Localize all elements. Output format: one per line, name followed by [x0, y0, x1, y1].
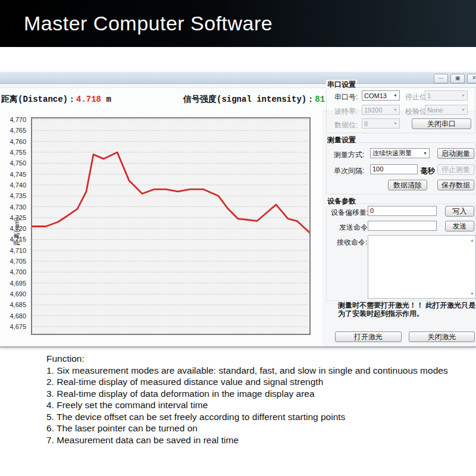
minimize-icon[interactable]: — — [434, 74, 448, 83]
send-command-input[interactable] — [368, 221, 437, 231]
baud-value: 19200 — [364, 107, 383, 114]
y-axis-tick-label: 4,740 — [5, 181, 26, 189]
feature-list-line: 4. Freely set the command interval time — [46, 399, 456, 411]
send-command-button[interactable]: 发送 — [445, 221, 474, 231]
port-select[interactable]: COM13 ▼ — [362, 90, 400, 101]
distance-label: 距离(Distance)： — [1, 95, 76, 104]
page-title: Master Computer Software — [24, 12, 273, 35]
parity-select: None ▼ — [425, 105, 468, 115]
receive-command-label: 接收命令: — [337, 237, 367, 248]
scroll-up-icon[interactable]: ▲ — [470, 238, 474, 242]
y-axis-tick-label: 4,690 — [5, 290, 26, 298]
maximize-icon[interactable]: ▣ — [450, 74, 465, 83]
y-axis-tick-label: 4,770 — [5, 116, 26, 123]
feature-list-line: 5. The device offset can be set freely a… — [46, 411, 456, 423]
y-axis-tick-label: 4,710 — [5, 247, 26, 254]
stopbits-select: 1 ▼ — [425, 90, 468, 101]
chevron-down-icon: ▼ — [393, 93, 397, 98]
port-value: COM13 — [364, 92, 387, 99]
measure-mode-select[interactable]: 连续快速测量 ▼ — [370, 148, 430, 158]
baud-label: 波特率: — [334, 107, 358, 117]
signal-value: 81 — [315, 95, 325, 104]
y-axis-tick-label: 4,735 — [5, 192, 26, 199]
stopbits-value: 1 — [427, 92, 431, 99]
close-serial-button[interactable]: 关闭串口 — [412, 118, 471, 129]
y-axis-tick-label: 4,695 — [5, 280, 26, 287]
feature-list-line: 6. The laser pointer can be turned on — [46, 422, 456, 434]
parity-value: None — [427, 107, 443, 114]
y-axis-tick-label: 4,755 — [5, 149, 26, 156]
y-axis-tick-label: 4,700 — [5, 268, 26, 275]
databits-value: 8 — [364, 120, 368, 127]
window-controls: — ▣ ✕ — [434, 74, 476, 83]
y-axis-tick-label: 4,685 — [5, 301, 26, 308]
distance-value: 4.718 — [76, 95, 101, 104]
scroll-down-icon[interactable]: ▼ — [470, 292, 474, 296]
save-data-button[interactable]: 保存数据 — [437, 180, 474, 190]
measure-mode-label: 测量方式: — [334, 150, 364, 160]
chevron-down-icon: ▼ — [423, 151, 427, 155]
signal-readout: 信号强度(signal intensity)：81 — [183, 94, 325, 105]
header-banner: Master Computer Software — [0, 0, 476, 47]
feature-list-line: 3. Real-time display of data deformation… — [46, 388, 456, 400]
distance-line-chart — [32, 118, 309, 334]
y-axis-title: 距离(mm) — [12, 217, 21, 246]
distance-readout: 距离(Distance)：4.718 m — [1, 94, 111, 105]
chevron-down-icon: ▼ — [393, 108, 397, 112]
distance-unit: m — [106, 95, 111, 104]
y-axis-tick-label: 4,760 — [5, 138, 26, 145]
close-icon[interactable]: ✕ — [467, 74, 476, 83]
laser-on-button[interactable]: 打开激光 — [335, 331, 402, 342]
feature-list-line: Function: — [46, 353, 456, 365]
offset-label: 设备偏移量: — [331, 208, 368, 218]
distance-series-line — [32, 152, 309, 233]
app-window: — ▣ ✕ 距离(Distance)：4.718 m 信号强度(signal i… — [0, 72, 476, 347]
y-axis-tick-label: 4,730 — [5, 203, 26, 211]
y-axis-tick-label: 4,675 — [5, 323, 26, 330]
databits-label: 数据位: — [334, 120, 358, 130]
device-group-title: 设备参数 — [326, 196, 357, 206]
signal-label: 信号强度(signal intensity)： — [183, 95, 315, 104]
interval-unit-label: 毫秒 — [421, 166, 435, 176]
write-offset-button[interactable]: 写入 — [445, 206, 474, 217]
measure-mode-value: 连续快速测量 — [372, 149, 412, 158]
baud-select: 19200 ▼ — [362, 105, 400, 115]
y-axis-tick-label: 4,750 — [5, 159, 26, 167]
receive-command-textarea[interactable]: ▲ ▼ — [368, 235, 476, 299]
y-axis-tick-label: 4,765 — [5, 127, 26, 134]
chevron-down-icon: ▼ — [461, 108, 465, 112]
stop-measure-button[interactable]: 停止测量 — [437, 164, 474, 175]
chart-area: 4,7704,7654,7604,7554,7504,7454,7404,735… — [0, 110, 322, 346]
clear-data-button[interactable]: 数据清除 — [388, 180, 427, 190]
serial-group-title: 串口设置 — [326, 80, 357, 90]
window-titlebar: — ▣ ✕ — [0, 72, 476, 84]
feature-list-line: 1. Six measurement modes are available: … — [46, 365, 456, 377]
interval-input[interactable]: 100 — [370, 164, 418, 174]
start-measure-button[interactable]: 启动测量 — [437, 148, 474, 159]
y-axis-tick-label: 4,705 — [5, 258, 26, 265]
send-command-label: 发送命令: — [339, 223, 369, 233]
y-axis-tick-label: 4,680 — [5, 312, 26, 320]
feature-list-line: 2. Real-time display of measured distanc… — [46, 376, 456, 388]
plot-area — [31, 117, 311, 335]
y-axis-tick-label: 4,745 — [5, 171, 26, 178]
offset-input[interactable]: 0 — [368, 206, 437, 216]
feature-list-line: 7. Measurement data can be saved in real… — [46, 434, 456, 446]
laser-warning-note: 测量时不需要打开激光！！ 此打开激光只是为了安装时起到指示作用。 — [338, 301, 476, 318]
chevron-down-icon: ▼ — [393, 121, 397, 126]
port-label: 串口号: — [334, 92, 358, 102]
chevron-down-icon: ▼ — [461, 93, 465, 98]
laser-off-button[interactable]: 关闭激光 — [409, 331, 475, 342]
feature-list: Function:1. Six measurement modes are av… — [46, 353, 456, 446]
interval-label: 单次间隔: — [334, 166, 364, 176]
databits-select: 8 ▼ — [362, 118, 400, 129]
measure-group-title: 测量设置 — [326, 135, 357, 145]
